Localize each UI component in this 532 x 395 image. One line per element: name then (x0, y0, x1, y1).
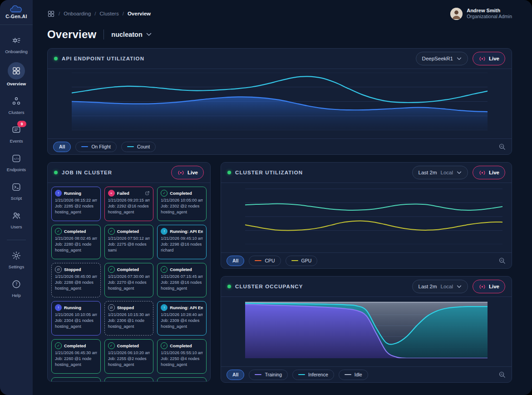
job-status: Completed (117, 267, 139, 272)
job-status: Completed (64, 229, 86, 234)
broadcast-icon (478, 56, 486, 61)
svg-text:?: ? (15, 282, 17, 286)
chevron-down-icon (457, 57, 462, 60)
title-row: Overview nucleaton (47, 27, 512, 42)
job-agent: hosting_agent (161, 362, 203, 367)
job-card[interactable]: ↑ Running: API Endpoint 1/21/2026 10:28:… (157, 301, 207, 336)
job-card[interactable]: Ø Stopped 1/21/2026 10:15:30 am Job: 230… (104, 301, 154, 336)
sidebar-item-label: Endpoints (7, 167, 26, 172)
y-axis-left (225, 187, 245, 244)
job-card[interactable]: ✓ (157, 377, 207, 381)
live-badge[interactable]: Live (171, 166, 204, 179)
avatar (450, 8, 463, 20)
endpoints-icon: </> (10, 152, 23, 165)
y-axis-right (488, 73, 508, 130)
legend-label: On Flight (91, 144, 111, 149)
brand-name: C-Gen.AI (5, 14, 27, 19)
zoom-out-icon[interactable] (498, 143, 506, 151)
job-timestamp: 1/21/2026 06:10:20 am (108, 351, 150, 355)
job-card[interactable]: ↑ Running 1/21/2026 08:15:22 am Job: 228… (51, 187, 101, 221)
legend-item[interactable]: On Flight (75, 142, 117, 152)
legend-item[interactable]: Training (249, 370, 288, 380)
legend-item[interactable]: All (227, 370, 244, 380)
breadcrumb-clusters[interactable]: Clusters (100, 11, 119, 16)
job-card[interactable]: ✓ Completed 1/21/2026 07:50:12 am Job: 2… (104, 225, 154, 259)
job-id-nodes: Job: 2306 @1 node (108, 318, 150, 323)
legend-item[interactable]: Idle (339, 370, 368, 380)
timezone-value: Local (440, 284, 453, 289)
legend-item[interactable]: All (53, 142, 71, 152)
job-card[interactable]: ↑ Running 1/21/2026 10:10:05 am Job: 230… (51, 301, 101, 336)
breadcrumb: / Onboarding / Clusters / Overview (47, 10, 151, 18)
app-logo[interactable]: C-Gen.AI (0, 0, 33, 25)
breadcrumb-onboarding[interactable]: Onboarding (64, 11, 91, 16)
job-card[interactable]: ↑ Running: API Endpoint 1/21/2026 09:45:… (157, 225, 207, 259)
live-badge[interactable]: Live (473, 166, 505, 179)
live-badge[interactable]: Live (473, 52, 505, 65)
zoom-out-icon[interactable] (498, 257, 506, 265)
job-agent: hosting_agent (108, 210, 150, 214)
job-status: Failed (117, 191, 129, 196)
legend-item[interactable]: Count (121, 142, 156, 152)
live-badge[interactable]: Live (473, 280, 505, 293)
panel-title: API ENDPOINT UTILIZATION (62, 56, 144, 61)
live-label: Live (489, 284, 499, 289)
model-select[interactable]: DeepSeekR1 (416, 52, 468, 65)
legend-item[interactable]: Inference (292, 370, 334, 380)
panel-api-endpoint-utilization: API ENDPOINT UTILIZATION DeepSeekR1 Live (47, 48, 512, 155)
sidebar-item-label: Clusters (9, 110, 25, 115)
sidebar-item-users[interactable]: Users (0, 205, 33, 233)
job-card[interactable]: ✓ Completed 1/21/2026 06:10:20 am Job: 2… (104, 339, 154, 374)
help-icon: ? (10, 277, 23, 291)
legend-item[interactable]: GPU (286, 256, 318, 266)
job-timestamp: 1/21/2026 10:10:05 am (55, 312, 97, 317)
job-status: Running (64, 191, 81, 196)
sidebar-item-endpoints[interactable]: </> Endpoints (0, 148, 33, 176)
sidebar-item-script[interactable]: Script (0, 176, 33, 205)
sidebar-item-label: Help (12, 293, 21, 298)
time-range-select[interactable]: Last 2m Local (412, 166, 468, 179)
cluster-name: nucleaton (111, 31, 142, 38)
sidebar-item-onboarding[interactable]: Onboarding (0, 30, 33, 58)
sidebar-item-clusters[interactable]: Clusters (0, 90, 33, 119)
breadcrumb-separator: / (59, 11, 60, 16)
job-card[interactable]: × Failed 1/21/2026 09:20:15 am Job: 2292… (104, 187, 154, 221)
breadcrumb-overview: Overview (128, 11, 151, 16)
job-id-nodes: Job: 2280 @1 node (55, 242, 97, 247)
page-title: Overview (47, 28, 96, 41)
grid-icon[interactable] (47, 10, 55, 18)
sidebar-item-settings[interactable]: Settings (0, 245, 33, 273)
time-range-select[interactable]: Last 2m Local (412, 280, 468, 293)
job-timestamp: 1/21/2026 10:15:30 am (108, 312, 150, 317)
y-axis-left (225, 301, 245, 358)
legend-item[interactable]: All (227, 256, 244, 266)
panel-legend: All On Flight Count (48, 138, 512, 154)
cluster-picker[interactable]: nucleaton (111, 31, 151, 38)
job-card[interactable]: ✓ (104, 377, 154, 381)
job-card[interactable]: ✓ Completed 1/21/2026 10:05:00 am Job: 2… (157, 187, 207, 221)
job-status: Completed (170, 343, 192, 348)
sidebar-item-label: Script (11, 196, 22, 201)
job-agent: hosting_agent (161, 324, 203, 329)
job-card[interactable]: ✓ Completed 1/21/2026 08:02:45 am Job: 2… (51, 225, 101, 259)
sidebar-item-overview[interactable]: Overview (0, 58, 33, 90)
job-id-nodes: Job: 2309 @4 nodes (161, 318, 203, 323)
script-icon (10, 180, 23, 194)
job-card[interactable]: ✓ (51, 377, 101, 381)
job-card[interactable]: Ø Stopped 1/21/2026 08:45:00 am Job: 228… (51, 263, 101, 297)
legend-item[interactable]: CPU (249, 256, 281, 266)
job-id-nodes: Job: 2260 @1 node (55, 356, 97, 361)
legend-swatch (255, 260, 261, 262)
zoom-out-icon[interactable] (498, 371, 506, 379)
external-link-icon[interactable] (145, 191, 150, 196)
job-card[interactable]: ✓ Completed 1/21/2026 07:15:45 am Job: 2… (157, 263, 207, 297)
main-content: / Onboarding / Clusters / Overview Andre… (33, 0, 532, 395)
job-card[interactable]: ✓ Completed 1/21/2026 05:55:10 am Job: 2… (157, 339, 207, 374)
legend-label: Training (265, 372, 282, 377)
sidebar-item-help[interactable]: ? Help (0, 273, 33, 302)
job-card[interactable]: ✓ Completed 1/21/2026 07:30:00 am Job: 2… (104, 263, 154, 297)
sidebar-item-events[interactable]: 9 Events (0, 119, 33, 148)
job-agent: hosting_agent (55, 210, 97, 214)
job-card[interactable]: ✓ Completed 1/21/2026 06:45:30 am Job: 2… (51, 339, 101, 374)
user-menu[interactable]: Andrew Smith Organizational Admin (450, 8, 512, 20)
